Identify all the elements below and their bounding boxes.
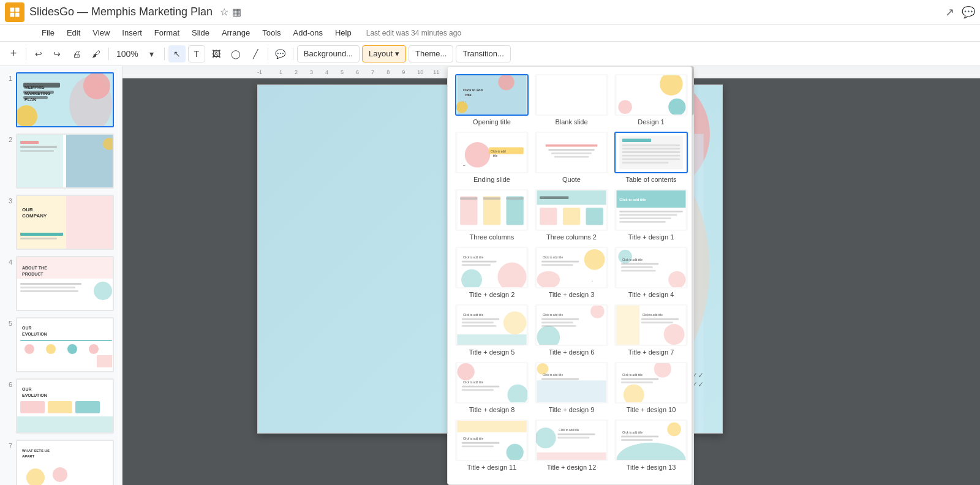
layout-item-table-of-contents[interactable]: Table of contents: [614, 132, 688, 183]
layout-item-title-design-2[interactable]: Click to add title Title + design 2: [455, 247, 529, 298]
svg-text:Click to add title: Click to add title: [619, 198, 646, 201]
add-button[interactable]: +: [5, 45, 22, 62]
zoom-arrow[interactable]: ▾: [143, 45, 160, 62]
svg-rect-123: [619, 214, 677, 216]
svg-text:Click to add title: Click to add title: [543, 374, 563, 377]
shape-tool[interactable]: ◯: [227, 45, 244, 62]
layout-label-title-design-6: Title + design 6: [549, 348, 595, 356]
menu-slide[interactable]: Slide: [187, 27, 214, 39]
layout-item-title-design-11[interactable]: Click to add title Title + design 11: [455, 419, 529, 471]
svg-text:PRODUCT: PRODUCT: [22, 272, 43, 276]
layout-item-ending-slide[interactable]: Click to add title • • Ending slide: [455, 132, 529, 183]
svg-rect-18: [20, 146, 57, 148]
svg-point-43: [67, 344, 77, 354]
menu-edit[interactable]: Edit: [62, 27, 85, 39]
menu-view[interactable]: View: [88, 27, 115, 39]
text-tool[interactable]: T: [188, 45, 205, 62]
svg-text:Click to add: Click to add: [491, 150, 506, 153]
slide-thumb-1[interactable]: 1 MEMPHIS MARKETING PLAN: [2, 71, 119, 129]
layout-item-title-design-9[interactable]: Click to add title Title + design 9: [535, 362, 608, 413]
layout-thumb-title-design-2: Click to add title: [455, 247, 529, 288]
slide-preview-3: OUR COMPANY: [16, 195, 114, 250]
print-button[interactable]: 🖨: [68, 45, 85, 62]
undo-button[interactable]: ↩: [30, 45, 47, 62]
slide-thumb-5[interactable]: 5 OUR EVOLUTION: [2, 316, 119, 374]
layout-item-three-columns-2[interactable]: Three columns 2: [535, 189, 608, 241]
separator-5: [293, 48, 293, 60]
svg-rect-122: [619, 211, 683, 212]
layout-item-three-columns[interactable]: Three columns: [455, 189, 529, 241]
layout-thumb-quote: [535, 132, 608, 173]
line-tool[interactable]: ╱: [247, 45, 264, 62]
folder-icon[interactable]: ▦: [232, 6, 241, 18]
svg-rect-52: [75, 401, 100, 413]
menu-tools[interactable]: Tools: [257, 27, 285, 39]
layout-item-title-design-5[interactable]: Click to add title Title + design 5: [455, 304, 529, 356]
layout-label-quote: Quote: [562, 176, 581, 183]
menu-addons[interactable]: Add-ons: [288, 27, 328, 39]
layout-label-opening-title: Opening title: [473, 118, 511, 126]
layout-button[interactable]: Layout ▾: [362, 45, 406, 62]
paint-format-button[interactable]: 🖌: [88, 45, 105, 62]
slide-preview-1: MEMPHIS MARKETING PLAN: [16, 72, 114, 127]
svg-rect-164: [641, 318, 679, 320]
star-icon[interactable]: ☆: [220, 6, 228, 18]
layout-item-title-design-8[interactable]: Click to add title Title + design 8: [455, 362, 529, 413]
layout-thumb-title-design-5: Click to add title: [455, 304, 529, 346]
layout-item-title-design-1[interactable]: Click to add title Title + design 1: [614, 189, 688, 241]
layout-item-blank-slide[interactable]: Blank slide: [535, 74, 608, 126]
layout-thumb-ending-slide: Click to add title • •: [455, 132, 529, 173]
slide-thumb-2[interactable]: 2: [2, 132, 119, 190]
layout-item-title-design-7[interactable]: Click to add title Title + design 7: [614, 304, 688, 356]
comment-tool[interactable]: 💬: [272, 45, 289, 62]
svg-rect-34: [20, 287, 75, 288]
svg-rect-23: [17, 196, 66, 250]
layout-item-title-design-3[interactable]: Click to add title • Title + design 3: [535, 247, 608, 298]
layout-item-quote[interactable]: Quote: [535, 132, 608, 183]
layout-item-opening-title[interactable]: Click to add title • • • Opening title: [455, 74, 529, 126]
menu-arrange[interactable]: Arrange: [217, 27, 255, 39]
slide-thumb-4[interactable]: 4 ABOUT THE PRODUCT: [2, 255, 119, 312]
slide-number-6: 6: [4, 381, 12, 388]
layout-label-title-design-3: Title + design 3: [549, 291, 595, 298]
layout-item-title-design-12[interactable]: Click to add title Title + design 12: [535, 419, 608, 471]
svg-text:Click to add title: Click to add title: [643, 314, 663, 317]
activity-icon[interactable]: ↗: [945, 6, 954, 19]
menu-insert[interactable]: Insert: [117, 27, 147, 39]
zoom-display[interactable]: 100%: [113, 45, 142, 62]
last-edit-text: Last edit was 34 minutes ago: [366, 29, 461, 37]
svg-text:EVOLUTION: EVOLUTION: [22, 393, 47, 397]
slide-number-7: 7: [4, 442, 12, 449]
layout-thumb-title-design-10: Click to add title: [614, 362, 688, 404]
slide-thumb-6[interactable]: 6 OUR EVOLUTION: [2, 377, 119, 435]
menu-format[interactable]: Format: [149, 27, 184, 39]
svg-rect-151: [462, 321, 494, 323]
layout-label-blank-slide: Blank slide: [555, 118, 587, 126]
layout-item-design-1[interactable]: Design 1: [614, 74, 688, 126]
comments-icon[interactable]: 💬: [962, 6, 975, 19]
layout-item-title-design-4[interactable]: Click to add title Title + design 4: [614, 247, 688, 298]
layout-label-design-1: Design 1: [638, 118, 664, 126]
layout-item-title-design-13[interactable]: Click to add title Title + design 13: [614, 419, 688, 471]
theme-button[interactable]: Theme...: [409, 45, 453, 62]
svg-text:MARKETING: MARKETING: [24, 91, 51, 96]
background-button[interactable]: Background...: [297, 45, 360, 62]
layout-item-title-design-6[interactable]: Click to add title Title + design 6: [535, 304, 608, 356]
menu-file[interactable]: File: [37, 27, 59, 39]
transition-button[interactable]: Transition...: [456, 45, 510, 62]
svg-point-133: [584, 249, 605, 270]
image-tool[interactable]: 🖼: [208, 45, 225, 62]
svg-rect-35: [20, 290, 78, 292]
svg-rect-193: [557, 434, 595, 435]
svg-rect-144: [621, 266, 653, 268]
layout-item-title-design-10[interactable]: Click to add title Title + design 10: [614, 362, 688, 413]
svg-point-167: [458, 363, 475, 380]
slide-thumb-3[interactable]: 3 OUR COMPANY: [2, 194, 119, 251]
main-layout: 1 MEMPHIS MARKETING PLAN 2: [0, 66, 980, 485]
cursor-tool[interactable]: ↖: [168, 45, 186, 62]
redo-button[interactable]: ↪: [48, 45, 66, 62]
layout-label-title-design-10: Title + design 10: [627, 406, 676, 413]
menu-help[interactable]: Help: [330, 27, 356, 39]
undo-redo-group: ↩ ↪: [30, 45, 66, 62]
slide-thumb-7[interactable]: 7 WHAT SETS US APART: [2, 438, 119, 485]
